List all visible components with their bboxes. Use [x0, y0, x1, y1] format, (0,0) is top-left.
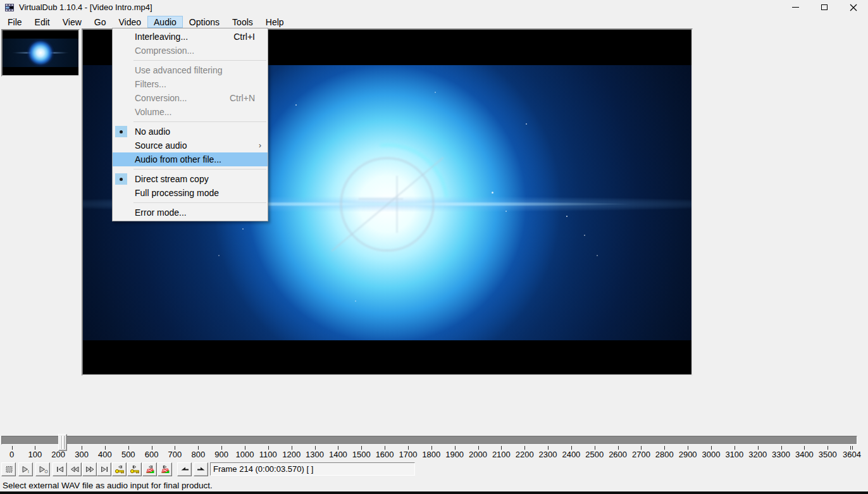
menubar-item-file[interactable]: File [1, 16, 28, 28]
ruler-label: 3200 [748, 450, 767, 459]
maximize-icon [821, 4, 828, 10]
menu-item-conversion[interactable]: Conversion...Ctrl+N [113, 91, 268, 105]
sparkle-dot [584, 235, 585, 236]
scene-forward-icon [160, 465, 170, 474]
menu-item-label: Source audio [135, 140, 187, 151]
audio-menu-popup: Interleaving...Ctrl+ICompression...Use a… [112, 28, 268, 221]
prev-keyframe-button[interactable] [112, 462, 127, 476]
mark-out-button[interactable] [194, 462, 208, 476]
menu-item-compression[interactable]: Compression... [113, 44, 268, 58]
menubar-item-tools[interactable]: Tools [226, 16, 259, 28]
ruler-label: 1500 [352, 450, 371, 459]
sparkle-dot [492, 192, 493, 194]
close-button[interactable] [839, 0, 868, 15]
menu-item-label: Audio from other file... [135, 154, 221, 164]
menubar-item-view[interactable]: View [56, 16, 88, 28]
frame-info-panel: Frame 214 (0:00:03.570) [ ] [210, 462, 415, 476]
ruler-label: 300 [75, 450, 89, 459]
play-output-button[interactable]: O [35, 462, 50, 476]
sparkle-dot [597, 255, 598, 256]
menu-item-label: Volume... [135, 107, 171, 117]
menubar-item-options[interactable]: Options [183, 16, 226, 28]
timeline-thumb[interactable] [58, 434, 67, 451]
next-scene-button[interactable] [158, 462, 172, 476]
menu-item-label: Compression... [135, 46, 194, 56]
menu-item-label: Error mode... [135, 207, 187, 218]
radio-check-icon [115, 126, 127, 137]
mark-in-button[interactable] [177, 462, 192, 476]
menubar-item-edit[interactable]: Edit [28, 16, 56, 28]
menu-item-error-mode[interactable]: Error mode... [113, 206, 268, 219]
menu-item-audio-from-other-file[interactable]: Audio from other file... [113, 152, 268, 166]
svg-text:O: O [44, 469, 47, 474]
menu-item-direct-stream-copy[interactable]: Direct stream copy [113, 172, 268, 186]
ruler-label: 200 [51, 450, 65, 459]
go-to-end-button[interactable] [97, 462, 111, 476]
menubar-item-video[interactable]: Video [112, 16, 147, 28]
menubar-item-help[interactable]: Help [259, 16, 290, 28]
menu-separator [113, 200, 268, 206]
minimize-button[interactable] [781, 0, 810, 15]
menu-bar: FileEditViewGoVideoAudioOptionsToolsHelp [0, 15, 868, 28]
frame-forward-button[interactable] [82, 462, 97, 476]
ruler-label: 1000 [236, 450, 254, 459]
submenu-arrow-icon: › [259, 139, 261, 152]
menu-shortcut: Ctrl+I [233, 30, 255, 44]
input-thumbnail-pane [1, 29, 80, 77]
ruler-label: 3604 [843, 450, 861, 459]
ruler-label: 3000 [702, 450, 721, 459]
ruler-label: 2700 [632, 450, 650, 459]
menu-item-label: Use advanced filtering [135, 65, 223, 75]
maximize-button[interactable] [810, 0, 839, 15]
ruler-label: 1300 [306, 450, 324, 459]
ruler-label: 500 [121, 450, 135, 459]
ruler-label: 100 [28, 450, 42, 459]
menu-item-filters[interactable]: Filters... [113, 77, 268, 91]
sparkle-dot [218, 255, 220, 256]
menu-item-full-processing-mode[interactable]: Full processing mode [113, 186, 268, 200]
ruler-label: 2300 [539, 450, 557, 459]
ruler-label: 1900 [445, 450, 464, 459]
menu-item-label: Interleaving... [135, 32, 188, 42]
ruler-label: 3100 [725, 450, 743, 459]
menu-item-no-audio[interactable]: No audio [113, 125, 268, 139]
next-keyframe-button[interactable] [127, 462, 142, 476]
menu-item-label: Conversion... [135, 93, 187, 103]
menu-item-interleaving[interactable]: Interleaving...Ctrl+I [113, 30, 268, 44]
stop-icon [4, 465, 14, 474]
ruler-label: 1600 [376, 450, 394, 459]
ruler-label: 900 [214, 450, 228, 459]
sparkle-dot [505, 211, 507, 212]
menubar-item-audio[interactable]: Audio [147, 16, 183, 28]
ruler-label: 2000 [469, 450, 487, 459]
skip-start-icon [55, 465, 65, 474]
ruler-label: 700 [168, 450, 182, 459]
menu-separator [113, 58, 268, 63]
menu-item-volume[interactable]: Volume... [113, 105, 268, 119]
menu-item-label: Direct stream copy [135, 174, 209, 184]
svg-text:I: I [28, 469, 29, 474]
menu-item-use-advanced-filtering[interactable]: Use advanced filtering [113, 63, 268, 77]
ruler-label: 400 [98, 450, 112, 459]
stop-button[interactable] [1, 462, 16, 476]
sparkle-dot [295, 104, 297, 106]
menubar-item-go[interactable]: Go [88, 16, 113, 28]
ruler-label: 1700 [399, 450, 417, 459]
go-to-start-button[interactable] [53, 462, 67, 476]
ruler-label: 2800 [655, 450, 674, 459]
play-input-icon: I [21, 465, 31, 474]
menu-separator [113, 119, 268, 125]
title-bar: VirtualDub 1.10.4 - [Video Intro.mp4] [0, 0, 868, 15]
ruler-label: 3500 [819, 450, 837, 459]
sparkle-dot [526, 123, 527, 125]
frame-back-button[interactable] [67, 462, 82, 476]
mark-out-icon [196, 465, 206, 474]
play-input-button[interactable]: I [18, 462, 33, 476]
ruler-label: 2100 [492, 450, 511, 459]
menu-item-source-audio[interactable]: Source audio› [113, 139, 268, 152]
timeline-track[interactable] [1, 436, 857, 445]
ruler-label: 600 [145, 450, 159, 459]
menu-item-label: Filters... [135, 79, 166, 89]
prev-scene-button[interactable] [142, 462, 157, 476]
mark-in-icon [180, 465, 190, 474]
